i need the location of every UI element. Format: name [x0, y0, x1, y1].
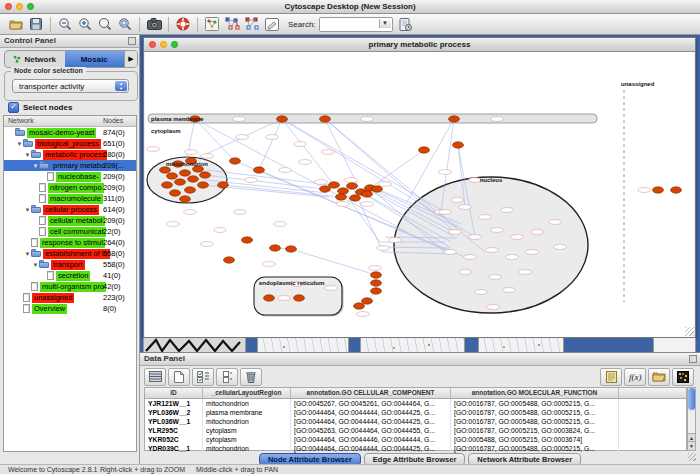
attribute-matrix-icon[interactable]	[672, 368, 694, 386]
tree-row-label[interactable]: mosaic-demo-yeast	[27, 128, 96, 138]
table-row[interactable]: YJR121W__1mitochondrion[GO:0045267, GO:0…	[145, 399, 686, 408]
graph-node[interactable]	[270, 245, 281, 251]
tree-row[interactable]: macromolecule311(0)	[4, 193, 136, 204]
graph-node[interactable]	[671, 187, 682, 193]
resize-grip-icon[interactable]	[685, 327, 694, 336]
node-label-oval[interactable]	[511, 235, 524, 240]
expand-triangle-icon[interactable]: ▼	[32, 262, 39, 268]
node-label-oval[interactable]	[201, 154, 214, 159]
graph-node[interactable]	[453, 142, 464, 148]
tree-row-label[interactable]: multi-organism pro	[40, 282, 106, 292]
graph-node[interactable]	[449, 116, 460, 122]
node-color-combo[interactable]: transporter activity ▲▼	[12, 79, 129, 93]
node-label-oval[interactable]	[274, 222, 287, 227]
graph-node[interactable]	[180, 170, 191, 176]
tree-row-label[interactable]: primary metabo	[51, 161, 107, 171]
table-row[interactable]: YPL036W__1mitochondrion[GO:0044464, GO:0…	[145, 417, 686, 426]
resize-grip-icon[interactable]	[688, 453, 696, 461]
close-window-button[interactable]	[5, 3, 12, 10]
tree-row[interactable]: ▼transport558(0)	[4, 259, 136, 270]
tree-row-label[interactable]: nucleobase-	[56, 172, 101, 182]
node-label-oval[interactable]	[369, 266, 382, 271]
node-label-oval[interactable]	[531, 230, 544, 235]
table-row[interactable]: YLR295Ccytoplasm[GO:0045263, GO:0044464,…	[145, 426, 686, 435]
tree-row[interactable]: ▼primary metabo209(...	[4, 160, 136, 171]
node-label-oval[interactable]	[245, 178, 258, 183]
graph-node[interactable]	[354, 303, 365, 309]
node-label-oval[interactable]	[337, 202, 350, 207]
tree-row-label[interactable]: secretion	[56, 271, 90, 281]
tree-row-label[interactable]: response to stimul	[40, 238, 105, 248]
table-row[interactable]: YKR052Ccytoplasm[GO:0044464, GO:0044446,…	[145, 435, 686, 444]
help-lifebuoy-icon[interactable]	[174, 16, 192, 33]
unselect-attributes-icon[interactable]	[216, 368, 238, 386]
minimize-icon[interactable]	[160, 41, 167, 48]
annotation-icon[interactable]	[263, 16, 281, 33]
delete-attribute-trash-icon[interactable]	[240, 368, 262, 386]
graph-node[interactable]	[185, 187, 196, 193]
node-label-oval[interactable]	[315, 180, 328, 185]
zoom-selected-region-icon[interactable]	[116, 16, 134, 33]
tree-row[interactable]: secretion41(0)	[4, 270, 136, 281]
graph-node[interactable]	[264, 295, 275, 301]
tree-row-label[interactable]: metabolic process	[43, 150, 107, 160]
tab-network[interactable]: Network	[5, 51, 65, 67]
node-label-oval[interactable]	[464, 255, 477, 260]
node-label-oval[interactable]	[184, 210, 197, 215]
graph-node[interactable]	[336, 194, 347, 200]
node-label-oval[interactable]	[475, 290, 488, 295]
node-label-oval[interactable]	[345, 178, 358, 183]
node-label-oval[interactable]	[278, 296, 291, 301]
search-dropdown-arrow-icon[interactable]: ▼	[379, 19, 391, 28]
zoom-icon[interactable]	[171, 41, 178, 48]
node-label-oval[interactable]	[325, 286, 338, 291]
graph-node[interactable]	[320, 116, 331, 122]
node-label-oval[interactable]	[233, 117, 246, 122]
graph-node[interactable]	[180, 196, 191, 202]
tree-row[interactable]: nucleobase-209(0)	[4, 171, 136, 182]
table-scrollbar[interactable]: ▲ ▼	[687, 387, 696, 451]
table-row[interactable]: YDR039C__1mitochondrion[GO:0044464, GO:0…	[145, 444, 686, 453]
node-label-oval[interactable]	[294, 142, 307, 147]
node-label-oval[interactable]	[554, 245, 567, 250]
node-label-oval[interactable]	[263, 262, 276, 267]
graph-node[interactable]	[277, 116, 288, 122]
graph-node[interactable]	[372, 186, 383, 192]
graph-node[interactable]	[347, 183, 358, 189]
node-label-oval[interactable]	[486, 248, 499, 253]
node-label-oval[interactable]	[439, 170, 452, 175]
search-input[interactable]: ▼	[319, 17, 393, 32]
graph-node[interactable]	[371, 288, 382, 294]
node-label-oval[interactable]	[501, 208, 514, 213]
node-label-oval[interactable]	[322, 150, 335, 155]
graph-node[interactable]	[362, 191, 373, 197]
vizmapper-icon[interactable]	[203, 16, 221, 33]
attribute-editor-icon[interactable]	[600, 368, 622, 386]
attribute-table-header[interactable]: ID_cellularLayoutRegionannotation.GO CEL…	[145, 388, 686, 399]
tree-row[interactable]: cell communicat22(0)	[4, 226, 136, 237]
node-label-oval[interactable]	[361, 117, 374, 122]
graph-node[interactable]	[320, 186, 331, 192]
node-label-oval[interactable]	[201, 242, 214, 247]
edge[interactable]	[291, 249, 376, 275]
node-label-oval[interactable]	[506, 255, 519, 260]
tree-row[interactable]: ▼biological_process651(0)	[4, 138, 136, 149]
expand-triangle-icon[interactable]: ▼	[24, 152, 31, 158]
tree-row[interactable]: cellular metabol209(0)	[4, 215, 136, 226]
node-label-oval[interactable]	[147, 147, 160, 152]
node-label-oval[interactable]	[459, 205, 472, 210]
graph-node[interactable]	[200, 172, 211, 178]
tab-overflow-arrow-icon[interactable]: ▶	[124, 51, 137, 67]
new-attribute-icon[interactable]	[168, 368, 190, 386]
tree-row-label[interactable]: cellular process	[43, 205, 99, 215]
tree-row[interactable]: Overview8(0)	[4, 303, 136, 314]
graph-node[interactable]	[224, 257, 235, 263]
node-label-oval[interactable]	[479, 215, 492, 220]
node-label-oval[interactable]	[236, 135, 249, 140]
graph-node[interactable]	[170, 190, 181, 196]
graph-node[interactable]	[329, 182, 340, 188]
node-label-oval[interactable]	[451, 198, 464, 203]
zoom-in-icon[interactable]	[76, 16, 94, 33]
tree-row-label[interactable]: cell communicat	[48, 227, 106, 237]
zoom-fit-icon[interactable]	[96, 16, 114, 33]
